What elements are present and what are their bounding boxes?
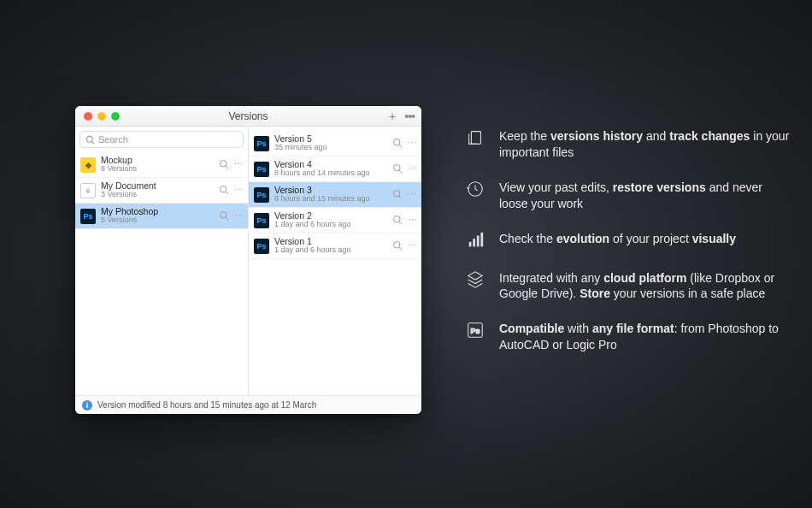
svg-line-11	[399, 170, 402, 173]
svg-line-1	[92, 141, 95, 144]
svg-point-8	[394, 139, 401, 145]
file-type-icon: ◆	[80, 157, 96, 173]
status-bar: i Version modified 8 hours and 15 minute…	[75, 395, 421, 414]
status-text: Version modified 8 hours and 15 minutes …	[97, 400, 316, 410]
versions-column: Ps Version 5 35 minutes ago ⋮ Ps Version…	[249, 127, 421, 395]
svg-line-17	[399, 247, 402, 250]
file-row[interactable]: ◆ Mockup 6 Versions ⋮	[75, 152, 248, 178]
feature-text: Integrated with any cloud platform (like…	[499, 270, 790, 303]
quicklook-icon[interactable]	[219, 210, 229, 222]
svg-point-6	[221, 211, 227, 218]
version-file-icon: Ps	[254, 239, 269, 254]
svg-point-4	[221, 186, 227, 192]
svg-line-3	[226, 166, 228, 168]
file-versions-count: 5 Versions	[101, 216, 214, 225]
feature-item: View your past edits, restore versions a…	[465, 180, 790, 212]
app-window: Versions + ••• Search ◆ Mockup 6 Version…	[75, 106, 421, 414]
svg-point-12	[394, 190, 401, 197]
file-row[interactable]: Ps My Photoshop 5 Versions ⋮	[75, 204, 248, 229]
svg-point-2	[221, 160, 227, 167]
versions-icon	[465, 128, 485, 149]
svg-rect-20	[469, 241, 472, 246]
version-file-icon: Ps	[254, 213, 269, 228]
feature-text: View your past edits, restore versions a…	[499, 180, 790, 212]
version-file-icon: Ps	[254, 187, 269, 203]
version-row[interactable]: Ps Version 1 1 day and 6 hours ago ⋮	[249, 233, 421, 259]
svg-line-13	[399, 196, 402, 198]
restore-icon	[465, 180, 485, 200]
row-more-icon[interactable]: ⋮	[233, 210, 243, 222]
svg-point-14	[394, 216, 401, 222]
version-time: 8 hours and 15 minutes ago	[274, 195, 387, 204]
quicklook-icon[interactable]	[392, 163, 403, 175]
svg-line-7	[226, 217, 228, 220]
version-time: 8 hours and 14 minutes ago	[274, 169, 387, 178]
row-more-icon[interactable]: ⋮	[407, 163, 416, 175]
svg-line-5	[226, 192, 228, 194]
svg-line-15	[399, 222, 402, 224]
row-more-icon[interactable]: ⋮	[407, 138, 416, 150]
files-column: Search ◆ Mockup 6 Versions ⋮ ≡ My Docume…	[75, 127, 249, 395]
version-file-icon: Ps	[254, 162, 269, 177]
search-input[interactable]: Search	[79, 131, 244, 148]
feature-text: Check the evolution of your project visu…	[499, 231, 790, 251]
svg-rect-23	[480, 232, 483, 246]
svg-line-9	[399, 145, 402, 147]
more-button[interactable]: •••	[404, 109, 415, 123]
row-more-icon[interactable]: ⋮	[407, 189, 416, 201]
quicklook-icon[interactable]	[392, 215, 403, 227]
info-icon: i	[82, 400, 92, 411]
version-time: 35 minutes ago	[274, 144, 387, 152]
add-button[interactable]: +	[389, 109, 396, 123]
version-row[interactable]: Ps Version 2 1 day and 6 hours ago ⋮	[249, 208, 421, 233]
feature-text: Compatible with any file format: from Ph…	[499, 321, 790, 353]
quicklook-icon[interactable]	[219, 159, 229, 171]
feature-list: Keep the versions history and track chan…	[465, 128, 790, 372]
file-type-icon: Ps	[80, 209, 96, 224]
file-versions-count: 3 Versions	[101, 191, 214, 199]
version-row[interactable]: Ps Version 5 35 minutes ago ⋮	[249, 131, 421, 157]
titlebar: Versions + •••	[75, 106, 421, 127]
row-more-icon[interactable]: ⋮	[407, 240, 416, 252]
feature-item: Check the evolution of your project visu…	[465, 231, 790, 251]
version-time: 1 day and 6 hours ago	[274, 221, 387, 229]
search-placeholder: Search	[98, 134, 128, 145]
row-more-icon[interactable]: ⋮	[233, 159, 243, 171]
feature-item: Keep the versions history and track chan…	[465, 128, 790, 161]
version-time: 1 day and 6 hours ago	[274, 246, 387, 255]
quicklook-icon[interactable]	[392, 240, 403, 252]
quicklook-icon[interactable]	[219, 185, 229, 197]
row-more-icon[interactable]: ⋮	[233, 185, 243, 197]
version-file-icon: Ps	[254, 136, 269, 151]
feature-item: Ps Compatible with any file format: from…	[465, 321, 790, 353]
svg-point-16	[394, 241, 401, 248]
file-row[interactable]: ≡ My Document 3 Versions ⋮	[75, 178, 248, 204]
cloud-icon	[465, 270, 485, 291]
feature-item: Integrated with any cloud platform (like…	[465, 270, 790, 303]
file-versions-count: 6 Versions	[101, 165, 214, 174]
window-title: Versions	[75, 110, 421, 122]
compat-icon: Ps	[465, 321, 485, 341]
chart-icon	[465, 231, 485, 251]
svg-rect-21	[473, 239, 475, 246]
quicklook-icon[interactable]	[392, 189, 403, 201]
svg-point-0	[86, 136, 92, 142]
file-type-icon: ≡	[80, 183, 96, 198]
feature-text: Keep the versions history and track chan…	[499, 128, 790, 161]
svg-rect-18	[471, 132, 480, 145]
svg-rect-22	[477, 235, 480, 246]
quicklook-icon[interactable]	[392, 138, 403, 150]
version-row[interactable]: Ps Version 4 8 hours and 14 minutes ago …	[249, 157, 421, 182]
row-more-icon[interactable]: ⋮	[407, 215, 416, 227]
svg-text:Ps: Ps	[470, 327, 480, 335]
version-row[interactable]: Ps Version 3 8 hours and 15 minutes ago …	[249, 182, 421, 208]
svg-point-10	[394, 164, 401, 171]
search-icon	[85, 135, 95, 145]
